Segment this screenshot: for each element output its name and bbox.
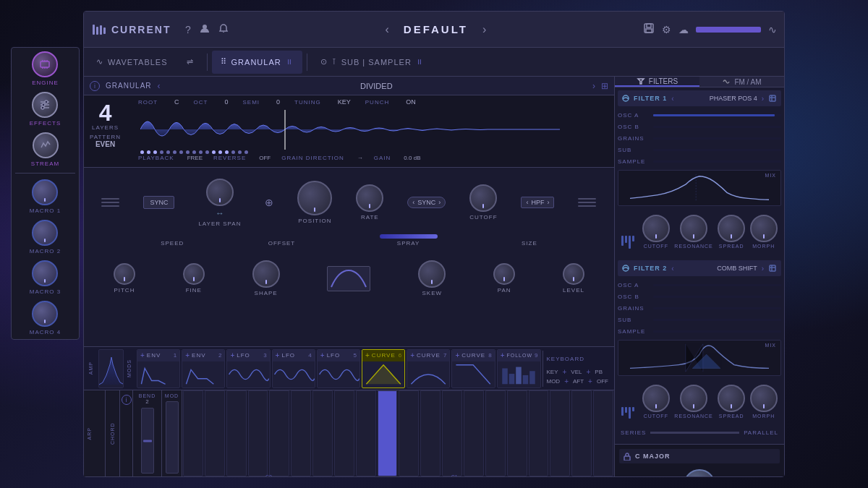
effects-button[interactable]: [32, 92, 58, 118]
shape-knob[interactable]: [252, 260, 280, 288]
cloud-icon[interactable]: ☁: [678, 24, 689, 35]
filter2-bars-icon: [621, 407, 634, 419]
white-key-active[interactable]: [378, 390, 398, 476]
filter1-spread-knob[interactable]: [718, 215, 745, 242]
prev-preset-button[interactable]: ‹: [386, 23, 389, 36]
main-panel: i GRANULAR ‹ DIVIDED › ⊞ 4 LAYERS PATTER…: [84, 77, 614, 476]
user-icon[interactable]: [200, 23, 210, 35]
pitch-knob-large[interactable]: [684, 469, 715, 476]
waveform-icon[interactable]: ∿: [768, 24, 777, 35]
svg-rect-36: [624, 456, 630, 461]
bend-slider[interactable]: [141, 408, 154, 474]
engine-button[interactable]: [32, 51, 58, 77]
hpf-label[interactable]: HPF: [531, 199, 544, 206]
skew-knob[interactable]: [418, 260, 446, 288]
filter2-spread-knob[interactable]: [718, 385, 745, 412]
tab-granular[interactable]: ⠿ GRANULAR ⏸: [212, 51, 302, 74]
tab-osc2[interactable]: ⇌: [178, 51, 203, 74]
macro2-knob[interactable]: [32, 220, 58, 246]
grid-icon[interactable]: ⊞: [601, 81, 608, 91]
macro3-knob[interactable]: [32, 260, 58, 286]
preset-navigation: ‹ DEFAULT ›: [236, 23, 636, 36]
granular-label: GRANULAR: [231, 58, 281, 67]
filter1-cutoff-label: CUTOFF: [644, 244, 668, 249]
sync2-arrow-left: ‹: [412, 199, 414, 206]
next-preset-button[interactable]: ›: [482, 23, 486, 36]
rate-knob[interactable]: [356, 184, 383, 212]
macro4-label: MACRO 4: [30, 329, 61, 335]
mod-plus-lfo3: +: [230, 351, 234, 359]
bottom-strip: ARP CHORD i BEND 2 MO: [84, 390, 614, 476]
filter2-prev[interactable]: ‹: [671, 265, 673, 273]
settings-icon[interactable]: ⚙: [662, 24, 671, 35]
mod-channel-lfo5[interactable]: + LFO 5: [317, 349, 360, 388]
white-key[interactable]: [507, 390, 527, 476]
white-key[interactable]: [399, 390, 419, 476]
white-key[interactable]: [529, 390, 549, 476]
mod-channel-follow9[interactable]: + FOLLOW 9: [497, 349, 542, 388]
info-icon-small[interactable]: i: [122, 395, 132, 405]
white-key[interactable]: [269, 390, 289, 476]
white-key[interactable]: [183, 390, 203, 476]
tab-sub-sampler[interactable]: ⊙ ⊺ SUB | SAMPLER ⏸: [312, 51, 433, 74]
white-key[interactable]: [356, 390, 376, 476]
cutoff-knob[interactable]: [469, 184, 497, 212]
granular-next-button[interactable]: ›: [592, 81, 595, 91]
info-icon[interactable]: i: [90, 81, 100, 91]
tab-wavetables[interactable]: ∿ WAVETABLES: [88, 51, 176, 74]
pan-knob[interactable]: [493, 263, 515, 285]
filter1-next[interactable]: ›: [762, 95, 764, 103]
macro4-knob[interactable]: [32, 301, 58, 327]
filter1-morph-knob[interactable]: [750, 215, 778, 242]
filter2-cutoff-knob[interactable]: [642, 385, 670, 412]
white-key[interactable]: [464, 390, 484, 476]
filter2-morph-knob[interactable]: [750, 385, 778, 412]
filter2-next[interactable]: ›: [762, 265, 764, 273]
help-icon[interactable]: ?: [185, 24, 191, 35]
mod-slider[interactable]: [166, 401, 179, 474]
white-key[interactable]: [593, 390, 613, 476]
mod-channel-env2[interactable]: + ENV 2: [182, 349, 225, 388]
mod-channel-curve8[interactable]: + CURVE 8: [451, 349, 495, 388]
pitch-knob[interactable]: [114, 263, 135, 285]
white-key[interactable]: [226, 390, 247, 476]
tab-bar: ∿ WAVETABLES ⇌ ⠿ GRANULAR ⏸ ⊙ ⊺ SUB | SA…: [84, 48, 784, 77]
white-key[interactable]: [571, 390, 592, 476]
mod-channel-curve6[interactable]: + CURVE 6: [362, 349, 405, 388]
tab-filters[interactable]: FILTERS: [615, 77, 699, 87]
mod-channel-curve7[interactable]: + CURVE 7: [407, 349, 450, 388]
position-knob[interactable]: [297, 181, 332, 215]
series-parallel-bar[interactable]: [650, 432, 739, 434]
bell-icon[interactable]: [218, 23, 229, 35]
level-knob[interactable]: [563, 263, 584, 285]
macro1-knob[interactable]: [32, 179, 58, 205]
filter1-prev[interactable]: ‹: [671, 95, 673, 103]
filter1-cutoff-knob[interactable]: [642, 215, 670, 242]
save-icon[interactable]: [643, 22, 655, 36]
fine-knob[interactable]: [183, 263, 205, 285]
layer-span-label: LAYER SPAN: [198, 221, 241, 227]
f2-source-row-oscb: OSC B: [618, 291, 781, 301]
layer-span-knob[interactable]: [206, 179, 234, 206]
tab-fm-am[interactable]: FM / AM: [699, 77, 784, 87]
white-key[interactable]: [485, 390, 506, 476]
stream-button[interactable]: [33, 132, 59, 158]
sync-button[interactable]: SYNC: [143, 196, 174, 209]
white-key[interactable]: [248, 390, 268, 476]
mod-channel-env1[interactable]: + ENV 1: [137, 349, 180, 388]
white-key[interactable]: [334, 390, 354, 476]
white-key[interactable]: [205, 390, 225, 476]
filter1-morph-label: MORPH: [752, 244, 775, 249]
white-key[interactable]: [312, 390, 333, 476]
mod-channel-lfo4[interactable]: + LFO 4: [272, 349, 315, 388]
filter1-resonance-knob[interactable]: [680, 215, 707, 242]
mod-channel-lfo3[interactable]: + LFO 3: [226, 349, 270, 388]
white-key[interactable]: [420, 390, 441, 476]
piano-keyboard: C0 C1: [182, 390, 614, 476]
spray-bar[interactable]: [380, 234, 438, 239]
white-key[interactable]: [442, 390, 462, 476]
white-key[interactable]: [550, 390, 570, 476]
granular-prev-button[interactable]: ‹: [158, 81, 161, 91]
filter2-resonance-knob[interactable]: [680, 385, 707, 412]
white-key[interactable]: [291, 390, 311, 476]
